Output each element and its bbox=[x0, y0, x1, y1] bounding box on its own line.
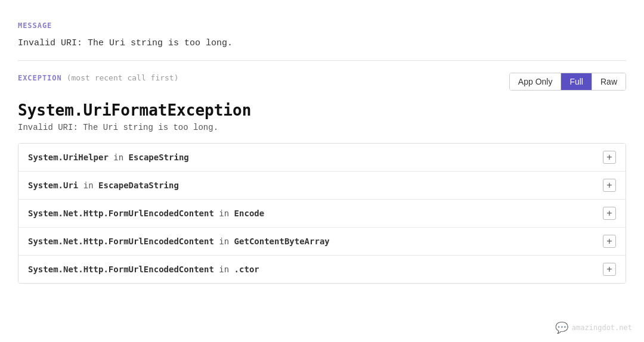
filter-app-only-button[interactable]: App Only bbox=[510, 73, 562, 90]
stack-class-1: System.Uri bbox=[28, 181, 78, 190]
table-row: System.Net.Http.FormUrlEncodedContent in… bbox=[18, 228, 626, 256]
exception-label-group: EXCEPTION (most recent call first) bbox=[18, 73, 179, 91]
expand-button-3[interactable]: + bbox=[603, 235, 616, 248]
exception-message-text: Invalid URI: The Uri string is too long. bbox=[18, 123, 626, 132]
stack-method-1: EscapeDataString bbox=[98, 181, 179, 190]
expand-button-1[interactable]: + bbox=[603, 179, 616, 192]
page-container: MESSAGE Invalid URI: The Uri string is t… bbox=[0, 0, 644, 305]
stack-in-4: in bbox=[219, 265, 234, 274]
filter-full-button[interactable]: Full bbox=[561, 73, 592, 90]
exception-header-row: EXCEPTION (most recent call first) App O… bbox=[18, 73, 626, 91]
stack-class-2: System.Net.Http.FormUrlEncodedContent bbox=[28, 209, 214, 218]
message-text: Invalid URI: The Uri string is too long. bbox=[18, 38, 626, 48]
stack-trace: System.UriHelper in EscapeString + Syste… bbox=[18, 143, 626, 284]
stack-method-0: EscapeString bbox=[129, 153, 189, 162]
stack-frame-1: System.Uri in EscapeDataString bbox=[28, 181, 179, 190]
stack-frame-4: System.Net.Http.FormUrlEncodedContent in… bbox=[28, 265, 259, 274]
expand-button-4[interactable]: + bbox=[603, 263, 616, 276]
stack-class-3: System.Net.Http.FormUrlEncodedContent bbox=[28, 237, 214, 246]
filter-raw-button[interactable]: Raw bbox=[592, 73, 626, 90]
stack-class-0: System.UriHelper bbox=[28, 153, 109, 162]
table-row: System.Net.Http.FormUrlEncodedContent in… bbox=[18, 256, 626, 283]
stack-method-2: Encode bbox=[234, 209, 265, 218]
table-row: System.Uri in EscapeDataString + bbox=[18, 172, 626, 200]
message-label: MESSAGE bbox=[18, 21, 626, 30]
expand-button-2[interactable]: + bbox=[603, 207, 616, 220]
stack-method-4: .ctor bbox=[234, 265, 259, 274]
expand-button-0[interactable]: + bbox=[603, 151, 616, 164]
filter-buttons-group: App Only Full Raw bbox=[509, 73, 626, 91]
exception-sub-label: (most recent call first) bbox=[67, 73, 179, 82]
exception-title: System.UriFormatException bbox=[18, 101, 626, 119]
table-row: System.Net.Http.FormUrlEncodedContent in… bbox=[18, 200, 626, 228]
stack-method-3: GetContentByteArray bbox=[234, 237, 330, 246]
stack-in-0: in bbox=[113, 153, 128, 162]
stack-frame-3: System.Net.Http.FormUrlEncodedContent in… bbox=[28, 237, 330, 246]
exception-label: EXCEPTION bbox=[18, 74, 62, 82]
stack-frame-2: System.Net.Http.FormUrlEncodedContent in… bbox=[28, 209, 264, 218]
stack-frame-0: System.UriHelper in EscapeString bbox=[28, 153, 189, 162]
table-row: System.UriHelper in EscapeString + bbox=[18, 144, 626, 172]
stack-in-3: in bbox=[219, 237, 234, 246]
message-section: MESSAGE Invalid URI: The Uri string is t… bbox=[18, 12, 626, 61]
exception-section: EXCEPTION (most recent call first) App O… bbox=[18, 61, 626, 293]
stack-in-2: in bbox=[219, 209, 234, 218]
stack-class-4: System.Net.Http.FormUrlEncodedContent bbox=[28, 265, 214, 274]
stack-in-1: in bbox=[83, 181, 98, 190]
